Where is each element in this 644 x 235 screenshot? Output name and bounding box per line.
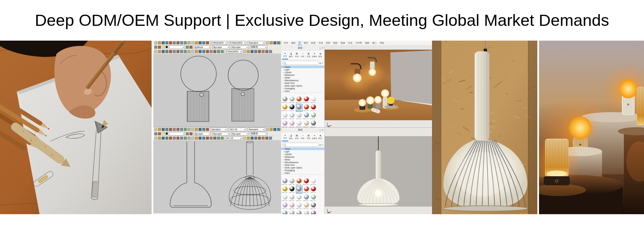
cad-tool-icon[interactable] xyxy=(265,50,268,53)
cad-tool-icon[interactable] xyxy=(195,137,198,140)
material-thumbnail[interactable]: Glass H... xyxy=(310,194,317,202)
cad-tool-icon[interactable] xyxy=(190,132,193,135)
cad-tool-icon[interactable] xyxy=(269,137,272,140)
library-tab-颜色[interactable]: ◪颜色 xyxy=(288,133,294,141)
material-thumbnail[interactable]: Glass H... xyxy=(289,120,296,128)
cad-tool-icon[interactable] xyxy=(243,137,246,140)
cad-combo[interactable]: Standard▾ xyxy=(248,41,265,45)
cad-tool-icon[interactable] xyxy=(173,137,176,140)
cad-tool-icon[interactable] xyxy=(206,50,209,53)
material-thumbnail[interactable]: Glass (S... xyxy=(282,178,288,186)
cad-tool-icon[interactable] xyxy=(162,50,165,53)
cad-combo[interactable]: ByLayer▾ xyxy=(212,132,230,136)
cad-combo[interactable]: STANDARD▾ xyxy=(229,41,246,45)
library-tab-颜色[interactable]: ◪颜色 xyxy=(288,51,294,59)
material-thumbnail[interactable]: Glass H... xyxy=(282,210,288,214)
library-tab-环境[interactable]: ◑环境 xyxy=(300,51,306,59)
cad-tool-icon[interactable] xyxy=(180,50,183,53)
cad-combo[interactable]: ByLayer▾ xyxy=(194,132,211,136)
material-thumbnail[interactable]: Glass H... xyxy=(282,202,288,210)
keyshot-menu-item[interactable]: 视图 xyxy=(364,41,370,45)
keyshot-menu-item[interactable]: 帮助 xyxy=(379,41,385,45)
material-thumbnail[interactable]: Glass B... xyxy=(296,186,303,194)
cad-tool-icon[interactable] xyxy=(165,41,168,44)
cad-tool-icon[interactable] xyxy=(169,128,172,131)
tree-item-Multi-Layer Optics[interactable]: ▸Multi-Layer Optics xyxy=(281,84,324,87)
cad-tool-icon[interactable] xyxy=(154,128,157,131)
cad-tool-icon[interactable] xyxy=(262,137,265,140)
cad-tool-icon[interactable] xyxy=(158,137,161,140)
cad-tool-icon[interactable] xyxy=(265,137,268,140)
material-thumbnail[interactable]: Glass H... xyxy=(303,202,310,210)
cad-tool-icon[interactable] xyxy=(158,46,161,49)
cad-combo[interactable]: STANDARD▾ xyxy=(210,41,227,45)
cad-tool-icon[interactable] xyxy=(206,41,209,44)
material-thumbnail[interactable]: Glass (S... xyxy=(303,96,310,104)
cad-tool-icon[interactable] xyxy=(277,41,280,44)
cad-combo[interactable]: Standard▾ xyxy=(248,128,265,131)
cad-tool-icon[interactable] xyxy=(199,128,202,131)
material-thumbnail[interactable]: Glass B... xyxy=(296,104,303,112)
material-thumbnail[interactable]: Glass B... xyxy=(282,112,288,120)
tree-item-Glass[interactable]: ▸Glass xyxy=(281,65,324,68)
cad-tool-icon[interactable] xyxy=(195,50,198,53)
material-thumbnail[interactable]: Glass H... xyxy=(289,202,296,210)
cad-tool-icon[interactable] xyxy=(191,50,194,53)
cad-tool-icon[interactable] xyxy=(187,41,191,44)
cad-tool-icon[interactable] xyxy=(154,132,157,135)
material-thumbnail[interactable]: Glass B... xyxy=(310,104,317,112)
cad-tool-icon[interactable] xyxy=(210,137,213,140)
render-viewport-pendant[interactable] xyxy=(325,136,432,206)
material-thumbnail[interactable]: Glass (S... xyxy=(296,178,303,186)
cad-tool-icon[interactable] xyxy=(186,46,189,49)
library-tab-收藏夹[interactable]: ★收藏夹 xyxy=(312,133,318,141)
material-thumbnail[interactable]: Glass H... xyxy=(303,112,310,120)
cad-tool-icon[interactable] xyxy=(154,46,157,49)
material-thumbnail[interactable]: Glass H... xyxy=(303,194,310,202)
keyshot-menu-item[interactable]: 图像 xyxy=(340,41,346,45)
cad-layer-combo[interactable]: 0▾ xyxy=(162,45,185,49)
cad-tool-icon[interactable] xyxy=(206,128,209,131)
cad-combo[interactable]: 随颜色▾ xyxy=(250,132,267,136)
cad-tool-icon[interactable] xyxy=(154,137,157,140)
cad-tool-icon[interactable] xyxy=(270,128,273,131)
cad-tool-icon[interactable] xyxy=(273,128,276,131)
cad-combo[interactable]: ISO-25▾ xyxy=(225,136,242,140)
material-thumbnail[interactable]: Glass H... xyxy=(296,210,303,214)
cad-tool-icon[interactable] xyxy=(266,41,269,44)
cad-tool-icon[interactable] xyxy=(184,128,187,131)
cad-tool-icon[interactable] xyxy=(165,137,168,140)
panel-splitter-dots[interactable]: • • • xyxy=(281,175,324,177)
cad-tool-icon[interactable] xyxy=(202,137,205,140)
cad-tool-icon[interactable] xyxy=(187,50,191,53)
cad-tool-icon[interactable] xyxy=(187,137,191,140)
cad-tool-icon[interactable] xyxy=(217,137,220,140)
cad-tool-icon[interactable] xyxy=(173,128,176,131)
cad-tool-icon[interactable] xyxy=(158,128,161,131)
material-thumbnail[interactable]: Glass H... xyxy=(296,120,303,128)
search-input[interactable] xyxy=(282,143,319,147)
keyshot-menu-item[interactable]: 库 xyxy=(298,41,302,45)
material-thumbnail[interactable]: Glass H... xyxy=(310,202,317,210)
cad-tool-icon[interactable] xyxy=(165,128,168,131)
tree-item-Measured[interactable]: ▸Measured xyxy=(281,74,324,76)
cad-tool-icon[interactable] xyxy=(158,41,161,44)
keyshot-menu-item[interactable]: 窗口 xyxy=(372,41,377,45)
material-thumbnail[interactable]: Glass B... xyxy=(289,104,296,112)
material-thumbnail[interactable]: Glass D... xyxy=(296,194,303,202)
cad-tool-icon[interactable] xyxy=(154,41,157,44)
tree-item-Metal[interactable]: ▸Metal xyxy=(281,158,324,161)
library-tab-背景[interactable]: ▣背景 xyxy=(306,51,312,59)
cad-combo[interactable]: ISO-25▾ xyxy=(229,128,246,131)
cad-tool-icon[interactable] xyxy=(213,50,216,53)
cad-tool-icon[interactable] xyxy=(243,50,246,53)
keyshot-menu-item[interactable]: 环境 xyxy=(318,41,324,45)
library-tab-背景[interactable]: ▣背景 xyxy=(306,133,312,141)
cad-combo[interactable]: 随颜色▾ xyxy=(250,45,267,49)
cad-tool-icon[interactable] xyxy=(273,41,276,44)
tree-item-Packaging[interactable]: ▸Packaging xyxy=(281,169,324,172)
cad-combo[interactable]: ByLayer▾ xyxy=(231,132,249,136)
cad-tool-icon[interactable] xyxy=(176,128,179,131)
material-thumbnail[interactable]: Glass H... xyxy=(310,120,317,128)
keyshot-menu-item[interactable]: 材质 xyxy=(311,41,316,45)
